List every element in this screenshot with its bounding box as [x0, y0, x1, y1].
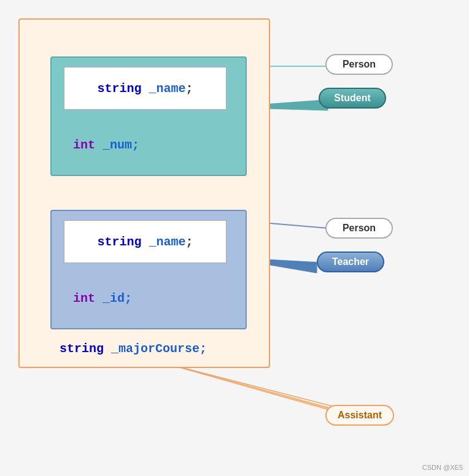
teacher-name-semicolon: _name;: [149, 235, 193, 249]
teacher-string-name: string _name;: [97, 235, 193, 249]
student-num-var: _num;: [103, 138, 139, 152]
student-block: string _name; int _num;: [50, 56, 247, 176]
teacher-int-keyword: int: [73, 291, 95, 305]
teacher-int-id: int _id;: [73, 291, 132, 306]
student-inner-box: string _name;: [64, 67, 227, 110]
assistant-pill: Assistant: [325, 405, 394, 426]
watermark: CSDN @XE5: [422, 464, 463, 471]
major-string-keyword: string: [60, 342, 104, 356]
person2-pill: Person: [325, 218, 393, 239]
teacher-inner-box: string _name;: [64, 220, 227, 263]
teacher-id-var: _id;: [103, 291, 132, 305]
teacher-block: string _name; int _id;: [50, 210, 247, 329]
student-name-semicolon: _name;: [149, 82, 193, 96]
teacher-pill: Teacher: [317, 251, 384, 272]
teacher-string-keyword: string: [97, 235, 141, 249]
student-int-num: int _num;: [73, 137, 139, 153]
student-pill: Student: [319, 88, 386, 109]
student-string-name: string _name;: [97, 82, 193, 96]
main-container: string _name; int _num; string _name; in…: [18, 18, 270, 368]
svg-line-7: [160, 362, 356, 412]
student-string-keyword: string: [97, 82, 141, 96]
person1-pill: Person: [325, 54, 393, 75]
major-var: _majorCourse;: [111, 342, 207, 356]
student-int-keyword: int: [73, 138, 95, 152]
major-course-line: string _majorCourse;: [60, 342, 207, 356]
